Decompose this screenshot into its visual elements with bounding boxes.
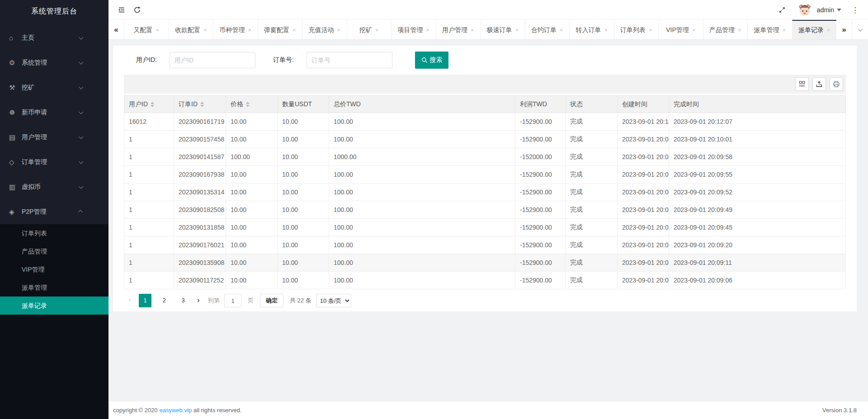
sidebar-item-mining[interactable]: ⚒挖矿	[0, 75, 108, 100]
user-id-input[interactable]	[170, 52, 255, 68]
sidebar-item-users[interactable]: ▤用户管理	[0, 125, 108, 150]
column-header-2[interactable]: 价格	[226, 96, 278, 113]
columns-filter-button[interactable]	[795, 77, 809, 91]
column-header-1[interactable]: 订单ID	[174, 96, 226, 113]
next-page-icon[interactable]: ›	[193, 294, 204, 307]
table-row[interactable]: 1202309017602110.0010.00100.00-152900.00…	[124, 236, 846, 254]
table-cell: 10.00	[226, 184, 278, 201]
table-cell: 2023-09-01 20:09:47	[618, 201, 669, 219]
tab-label: VIP管理	[666, 26, 689, 34]
tab-14[interactable]: 派单管理×	[747, 20, 792, 39]
table-row[interactable]: 1202309013531410.0010.00100.00-152900.00…	[124, 184, 846, 201]
tab-options-dropdown[interactable]	[852, 20, 868, 39]
page-button-2[interactable]: 2	[158, 294, 170, 307]
close-tab-icon[interactable]: ×	[692, 27, 696, 33]
table-row[interactable]: 1202309015745810.0010.00100.00-152900.00…	[124, 131, 846, 148]
coin-icon: ▥	[9, 183, 22, 191]
table-row[interactable]: 1202309013185810.0010.00100.00-152900.00…	[124, 219, 846, 236]
close-tab-icon[interactable]: ×	[426, 27, 429, 33]
tab-label: 产品管理	[709, 26, 735, 34]
table-row[interactable]: 12023090141587100.0010.001000.00-152000.…	[124, 148, 846, 166]
close-tab-icon[interactable]: ×	[782, 27, 786, 33]
print-button[interactable]	[830, 77, 843, 91]
sidebar-subitem-order-list[interactable]: 订单列表	[0, 224, 108, 242]
sidebar-subitem-product[interactable]: 产品管理	[0, 242, 108, 260]
page-size-select[interactable]: 10 条/页	[316, 294, 351, 307]
close-tab-icon[interactable]: ×	[471, 27, 474, 33]
refresh-icon[interactable]	[129, 4, 145, 16]
app-title: 系统管理后台	[0, 0, 108, 23]
user-menu[interactable]: admin	[817, 6, 841, 14]
close-tab-icon[interactable]: ×	[337, 27, 340, 33]
tab-2[interactable]: 币种管理×	[213, 20, 258, 39]
page-button-3[interactable]: 3	[177, 294, 189, 307]
close-tab-icon[interactable]: ×	[604, 27, 608, 33]
order-no-input[interactable]	[307, 52, 392, 68]
collapse-sidebar-icon[interactable]	[114, 4, 129, 16]
close-tab-icon[interactable]: ×	[827, 27, 830, 33]
tab-1[interactable]: 收款配置×	[169, 20, 213, 39]
export-button[interactable]	[812, 77, 826, 91]
column-header-inner: 用户ID	[129, 100, 154, 108]
tab-label: 派单管理	[754, 26, 779, 34]
close-tab-icon[interactable]: ×	[375, 27, 379, 33]
tab-3[interactable]: 弹窗配置×	[258, 20, 302, 39]
table-toolbar	[124, 75, 846, 94]
close-tab-icon[interactable]: ×	[156, 27, 159, 33]
close-tab-icon[interactable]: ×	[292, 27, 296, 33]
sort-icon[interactable]	[200, 102, 204, 107]
tab-7[interactable]: 用户管理×	[436, 20, 481, 39]
chevron-down-icon	[837, 9, 841, 11]
close-tab-icon[interactable]: ×	[515, 27, 519, 33]
easyweb-link[interactable]: easyweb.vip	[159, 407, 192, 414]
table-cell: 2023-09-01 20:09:58	[669, 148, 846, 166]
close-tab-icon[interactable]: ×	[248, 27, 251, 33]
sidebar-item-system[interactable]: ⚙系统管理	[0, 50, 108, 75]
confirm-jump-button[interactable]: 确定	[260, 294, 283, 307]
tab-4[interactable]: 充值活动×	[302, 20, 347, 39]
search-button[interactable]: 搜索	[415, 52, 448, 69]
column-header-0[interactable]: 用户ID	[124, 96, 174, 113]
table-row[interactable]: 1202309011725210.0010.00100.00-152900.00…	[124, 272, 846, 289]
sidebar-item-p2p[interactable]: ◈P2P管理	[0, 199, 108, 224]
chevron-down-icon	[79, 160, 83, 164]
fullscreen-icon[interactable]	[774, 4, 790, 16]
close-tab-icon[interactable]: ×	[560, 27, 563, 33]
close-tab-icon[interactable]: ×	[738, 27, 741, 33]
tab-8[interactable]: 极速订单×	[480, 20, 525, 39]
sidebar-subitem-vip[interactable]: VIP管理	[0, 260, 108, 278]
sidebar-item-vcoin[interactable]: ▥虚拟币	[0, 174, 108, 199]
scroll-tabs-left-icon[interactable]: «	[108, 20, 124, 39]
table-row[interactable]: 1202309013590810.0010.00100.00-152900.00…	[124, 254, 846, 272]
scroll-tabs-right-icon[interactable]: »	[836, 20, 852, 39]
tab-10[interactable]: 转入订单×	[569, 20, 614, 39]
sort-icon[interactable]	[151, 102, 154, 107]
tab-15[interactable]: 派单记录×	[792, 20, 837, 39]
jump-page-input[interactable]	[224, 294, 241, 307]
tab-12[interactable]: VIP管理×	[658, 20, 703, 39]
table-cell: 1	[124, 272, 174, 289]
tab-11[interactable]: 订单列表×	[614, 20, 659, 39]
sort-icon[interactable]	[246, 102, 250, 107]
avatar[interactable]	[798, 3, 811, 17]
tab-13[interactable]: 产品管理×	[703, 20, 748, 39]
tab-5[interactable]: 挖矿×	[347, 20, 392, 39]
close-tab-icon[interactable]: ×	[203, 27, 207, 33]
table-row[interactable]: 16012202309016171910.0010.00100.00-15290…	[124, 113, 846, 131]
table-row[interactable]: 1202309018250810.0010.00100.00-152900.00…	[124, 201, 846, 219]
column-header-inner: 状态	[570, 100, 583, 108]
tab-0[interactable]: 又配置×	[124, 20, 169, 39]
sidebar-item-new-coin[interactable]: ☸新币申请	[0, 100, 108, 125]
sidebar-subitem-dispatch[interactable]: 派单管理	[0, 278, 108, 297]
prev-page-icon[interactable]: ‹	[124, 294, 136, 307]
table-cell: 2023-09-01 20:09:20	[669, 236, 846, 254]
table-row[interactable]: 1202309016793810.0010.00100.00-152900.00…	[124, 166, 846, 184]
sidebar-item-orders[interactable]: ◇订单管理	[0, 150, 108, 174]
tab-9[interactable]: 合约订单×	[525, 20, 570, 39]
page-button-1[interactable]: 1	[139, 294, 151, 307]
close-tab-icon[interactable]: ×	[649, 27, 652, 33]
sidebar-item-home[interactable]: ⌂主页	[0, 25, 108, 50]
more-options-icon[interactable]: ⋮	[849, 5, 862, 14]
tab-6[interactable]: 项目管理×	[391, 20, 436, 39]
sidebar-subitem-dispatch-record[interactable]: 派单记录	[0, 297, 108, 315]
